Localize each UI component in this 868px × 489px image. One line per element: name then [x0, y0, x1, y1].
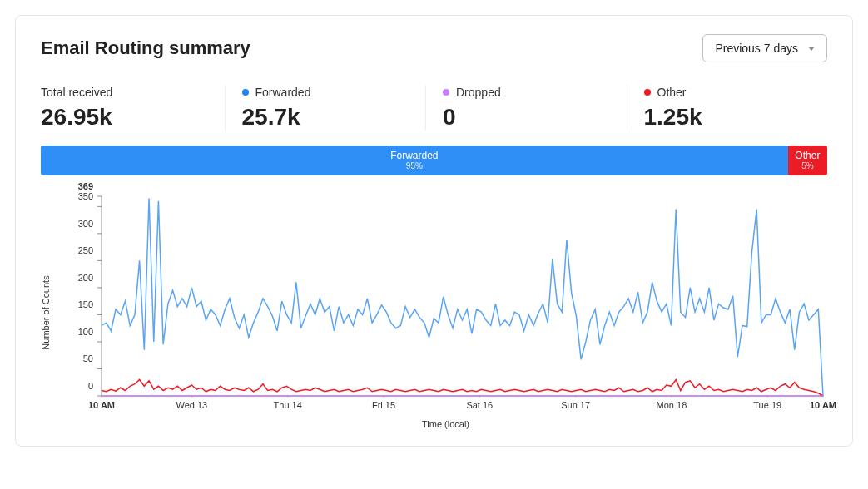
y-ticks: 050100150200250300350369: [64, 196, 97, 396]
y-tick: 100: [78, 327, 93, 337]
y-tick: 150: [78, 299, 93, 309]
y-tick: 250: [78, 245, 93, 255]
metrics-row: Total received26.95kForwarded25.7kDroppe…: [41, 86, 827, 131]
legend-dot: [242, 89, 249, 96]
y-tick: 369: [78, 181, 93, 191]
x-tick: Fri 15: [372, 400, 395, 410]
y-tick: 200: [78, 273, 93, 283]
metric-label: Total received: [41, 86, 225, 99]
x-tick: 10 AM: [810, 400, 836, 410]
metric-total: Total received26.95k: [41, 86, 225, 131]
metric-value: 0: [443, 104, 627, 131]
x-tick: Sun 17: [561, 400, 590, 410]
y-tick: 50: [83, 353, 93, 363]
chart: Number of Counts 05010015020025030035036…: [64, 196, 827, 429]
plot-area: [102, 196, 823, 396]
metric-label: Other: [644, 86, 828, 99]
x-tick: Tue 19: [753, 400, 781, 410]
proportion-bar: Forwarded95%Other5%: [41, 146, 827, 175]
x-axis-label: Time (local): [422, 419, 469, 429]
metric-value: 25.7k: [242, 104, 426, 131]
bar-segment-forwarded: Forwarded95%: [41, 146, 788, 175]
dropdown-label: Previous 7 days: [715, 42, 798, 55]
x-tick: 10 AM: [88, 400, 115, 410]
legend-dot: [644, 89, 651, 96]
header: Email Routing summary Previous 7 days: [41, 34, 827, 62]
summary-card: Email Routing summary Previous 7 days To…: [15, 15, 853, 447]
x-tick: Wed 13: [176, 400, 208, 410]
title: Email Routing summary: [41, 37, 250, 59]
metric-forwarded: Forwarded25.7k: [225, 86, 426, 131]
metric-dropped: Dropped0: [425, 86, 627, 131]
metric-label: Forwarded: [242, 86, 426, 99]
chart-svg: [102, 196, 823, 396]
x-tick: Sat 16: [466, 400, 493, 410]
chevron-down-icon: [808, 47, 815, 51]
y-axis-label: Number of Counts: [41, 275, 51, 349]
y-tick: 0: [88, 381, 93, 391]
series-forwarded: [102, 199, 823, 396]
metric-label: Dropped: [443, 86, 627, 99]
timerange-dropdown[interactable]: Previous 7 days: [702, 34, 827, 62]
x-ticks: 10 AMWed 13Thu 14Fri 15Sat 16Sun 17Mon 1…: [102, 400, 823, 412]
metric-other: Other1.25k: [627, 86, 828, 131]
series-other: [102, 379, 823, 396]
y-tick: 300: [78, 219, 93, 229]
x-tick: Mon 18: [657, 400, 687, 410]
bar-segment-other: Other5%: [788, 146, 827, 175]
x-tick: Thu 14: [274, 400, 302, 410]
y-tick: 350: [78, 191, 93, 201]
legend-dot: [443, 89, 449, 96]
metric-value: 26.95k: [41, 104, 225, 131]
metric-value: 1.25k: [644, 104, 828, 131]
